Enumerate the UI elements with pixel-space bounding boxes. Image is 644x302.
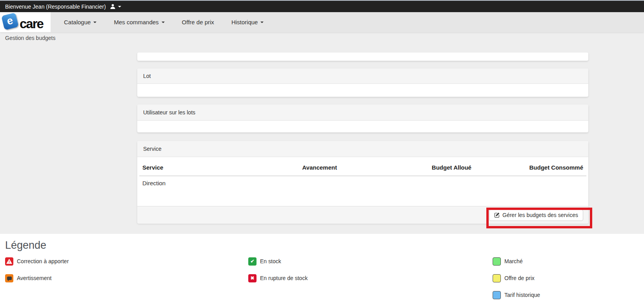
legend-section: Légende ! Correction à apporter Avertiss… <box>0 234 644 302</box>
panel-service-footer: Gérer les budgets des services <box>137 206 588 224</box>
speech-bubble-icon <box>5 274 13 282</box>
legend-item-offre-de-prix: Offre de prix <box>493 274 540 282</box>
cell-avancement <box>277 176 363 190</box>
panel-utilisateur-heading: Utilisateur sur les lots <box>137 105 588 121</box>
manage-budgets-button[interactable]: Gérer les budgets des services <box>489 210 583 221</box>
chevron-down-icon <box>162 22 165 23</box>
service-table-container: Service Avancement Budget Alloué Budget … <box>137 157 588 206</box>
panel-utilisateur-title: Utilisateur sur les lots <box>143 109 195 116</box>
panel-lot: Lot <box>137 69 588 97</box>
legend-item-tarif-historique: Tarif historique <box>493 291 540 299</box>
topbar: Bienvenue Jean (Responsable Financier) <box>0 0 644 12</box>
cell-budget-consomme <box>475 176 586 190</box>
chevron-down-icon <box>93 22 96 23</box>
main-navbar: e care Catalogue Mes commandes Offre de … <box>0 12 644 32</box>
legend-item-rupture-stock: ✖ En rupture de stock <box>248 274 307 282</box>
app-logo[interactable]: e care <box>0 12 51 32</box>
col-header-avancement: Avancement <box>277 157 363 176</box>
cross-icon: ✖ <box>248 274 257 282</box>
nav-item-catalogue[interactable]: Catalogue <box>55 12 105 32</box>
edit-icon <box>494 212 500 218</box>
warning-triangle-icon: ! <box>5 257 13 266</box>
table-row: Direction <box>139 176 586 190</box>
check-icon: ✔ <box>248 257 257 266</box>
marche-color-swatch <box>493 257 501 266</box>
legend-title: Légende <box>5 239 46 251</box>
panel-stub <box>137 52 588 61</box>
panel-utilisateur: Utilisateur sur les lots <box>137 105 588 132</box>
legend-item-correction: ! Correction à apporter <box>5 257 69 266</box>
panel-lot-heading: Lot <box>137 69 588 84</box>
table-header-row: Service Avancement Budget Alloué Budget … <box>139 157 586 176</box>
user-icon <box>110 4 116 9</box>
panel-service: Service Service Avancement Budget Alloué… <box>137 141 588 223</box>
tarif-historique-color-swatch <box>493 291 501 299</box>
nav-items: Catalogue Mes commandes Offre de prix Hi… <box>55 12 272 32</box>
col-header-service: Service <box>139 157 277 176</box>
user-menu[interactable] <box>110 4 121 9</box>
logo-e-icon: e <box>1 13 19 30</box>
legend-item-marche: Marché <box>493 257 540 266</box>
col-header-budget-alloue: Budget Alloué <box>363 157 475 176</box>
panel-lot-title: Lot <box>143 73 151 79</box>
app-window: Bienvenue Jean (Responsable Financier) e… <box>0 0 644 302</box>
legend-column-2: ✔ En stock ✖ En rupture de stock <box>248 257 307 291</box>
legend-column-1: ! Correction à apporter Avertissement <box>5 257 69 291</box>
service-budget-table: Service Avancement Budget Alloué Budget … <box>139 157 586 190</box>
legend-column-3: Marché Offre de prix Tarif historique <box>493 257 540 302</box>
breadcrumb: Gestion des budgets <box>5 35 55 41</box>
logo-text: care <box>20 16 43 31</box>
welcome-text: Bienvenue Jean (Responsable Financier) <box>5 4 106 10</box>
legend-item-avertissement: Avertissement <box>5 274 69 282</box>
offre-de-prix-color-swatch <box>493 274 501 282</box>
panel-service-title: Service <box>143 146 162 152</box>
nav-item-historique[interactable]: Historique <box>223 12 273 32</box>
chevron-down-icon <box>118 6 121 7</box>
legend-item-en-stock: ✔ En stock <box>248 257 307 266</box>
nav-item-mes-commandes[interactable]: Mes commandes <box>105 12 173 32</box>
col-header-budget-consomme: Budget Consommé <box>475 157 586 176</box>
nav-item-offre-de-prix[interactable]: Offre de prix <box>173 12 223 32</box>
chevron-down-icon <box>260 22 264 23</box>
panel-service-heading: Service <box>137 141 588 157</box>
cell-service: Direction <box>139 176 277 190</box>
cell-budget-alloue <box>363 176 475 190</box>
